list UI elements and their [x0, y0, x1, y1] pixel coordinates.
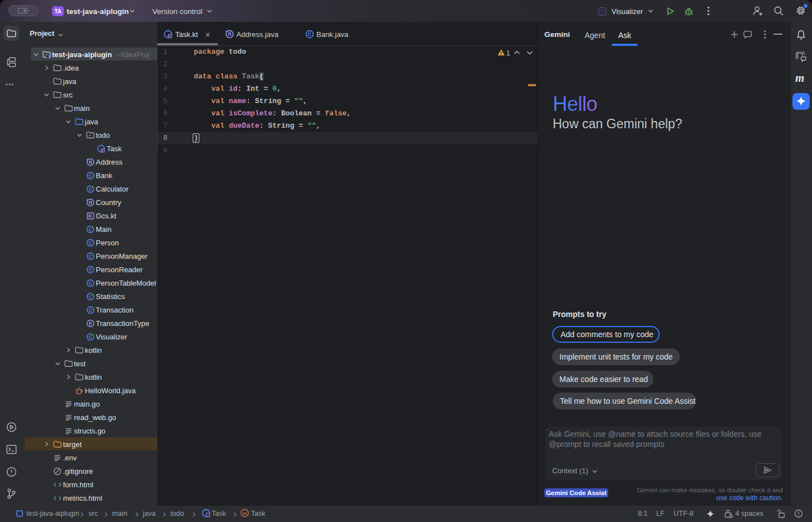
svg-text:R: R	[228, 31, 232, 37]
svg-text:C: C	[308, 31, 312, 37]
svg-text:m: m	[242, 511, 246, 516]
